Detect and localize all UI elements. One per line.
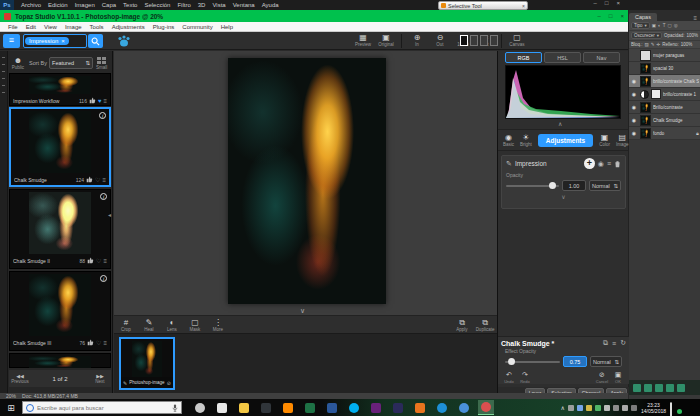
taskbar-search[interactable] (22, 401, 182, 414)
ps-menu-imagen[interactable]: Imagen (75, 2, 95, 8)
opacity-value[interactable]: 1.00 (562, 180, 586, 191)
tray-icon[interactable] (568, 405, 574, 411)
info-icon[interactable]: i (99, 112, 106, 119)
visibility-toggle[interactable]: ◉ (630, 91, 638, 97)
ps-maximize-button[interactable]: □ (605, 0, 609, 6)
slider-knob[interactable] (508, 358, 515, 365)
edited-image[interactable] (228, 58, 386, 304)
more-button[interactable]: ⋮More (210, 318, 226, 332)
search-input[interactable] (37, 405, 169, 411)
tz-menu-plugins[interactable]: Plug-ins (153, 24, 175, 30)
adjustment-collapse-icon[interactable]: ∨ (502, 193, 625, 200)
remove-icon[interactable]: ⊘ (167, 380, 171, 386)
visibility-eye-icon[interactable]: ◉ (598, 160, 604, 168)
layer-row-brillo-contraste[interactable]: ◉ Brillo/contraste (629, 101, 700, 114)
ps-minimize-button[interactable]: – (594, 0, 597, 6)
blend-mode-select[interactable]: Oscurecer ▾ (631, 32, 662, 39)
tab-nav[interactable]: Nav (583, 52, 620, 63)
action-center-button[interactable] (670, 403, 680, 413)
mask-button[interactable]: ▢Mask (187, 318, 203, 332)
redo-button[interactable]: ↷Redo (517, 371, 533, 384)
visibility-toggle[interactable]: ◉ (630, 78, 638, 84)
save-preset-icon[interactable]: ⧉ (603, 339, 608, 347)
selective-tool-close-icon[interactable]: × (522, 3, 525, 9)
image-button[interactable]: ▤Image (616, 133, 629, 147)
cancel-button[interactable]: ⊘Cancel (594, 371, 610, 384)
opacity-value[interactable]: 100% (687, 33, 699, 38)
link-layers-icon[interactable] (633, 384, 641, 392)
zoom-in-button[interactable]: ⊕In (409, 33, 425, 48)
tray-icon[interactable] (613, 405, 619, 411)
layer-mask-thumbnail[interactable] (651, 89, 661, 99)
ps-menu-archivo[interactable]: Archivo (21, 2, 41, 8)
next-page-button[interactable]: ▶▶ Next (89, 373, 111, 384)
apply-button[interactable]: ⧉Apply (454, 318, 470, 332)
original-button[interactable]: ▣Original (378, 33, 394, 48)
view-compare-button[interactable] (490, 35, 498, 46)
ps-menu-texto[interactable]: Texto (123, 2, 137, 8)
ps-close-button[interactable]: × (616, 0, 620, 6)
tz-menu-adjustments[interactable]: Adjustments (112, 24, 145, 30)
visibility-toggle[interactable]: ◉ (630, 104, 638, 110)
start-button[interactable]: ⊞ (0, 403, 22, 413)
new-adjustment-icon[interactable] (666, 384, 674, 392)
layer-effects-icon[interactable] (644, 384, 652, 392)
preset-menu-icon[interactable]: ≡ (103, 98, 107, 104)
preset-card-impression-workflow[interactable]: Impression Workflow 116 ♥ ≡ (9, 73, 111, 106)
color-button[interactable]: ▣Color (599, 133, 610, 147)
effect-opacity-slider[interactable] (505, 361, 560, 363)
taskbar-app-edge[interactable] (434, 401, 450, 415)
lock-pixels-icon[interactable]: ✎ (651, 42, 655, 47)
topaz-close-button[interactable]: × (620, 13, 624, 19)
tray-icon[interactable] (631, 405, 637, 411)
tz-menu-tools[interactable]: Tools (90, 24, 104, 30)
thumbs-up-icon[interactable] (86, 176, 93, 183)
previous-page-button[interactable]: ◀◀ Previous (9, 373, 31, 384)
new-layer-icon[interactable] (677, 384, 685, 392)
favorite-icon[interactable]: ♡ (96, 258, 101, 264)
effect-opacity-value[interactable]: 0.75 (563, 356, 587, 367)
taskbar-app-animate[interactable] (412, 401, 428, 415)
preset-card-partial[interactable] (9, 353, 111, 368)
lock-transparent-icon[interactable]: ▨ (645, 42, 649, 47)
tray-icon[interactable] (622, 405, 628, 411)
tz-menu-community[interactable]: Community (182, 24, 212, 30)
preset-card-chalk-smudge-2[interactable]: i Chalk Smudge II 88 ♡ ≡ (9, 189, 111, 269)
layer-row-brillo-contraste-chalk-smudge-2[interactable]: ◉ brillo/contraste Chalk Smudge II (629, 75, 700, 88)
tray-expand-icon[interactable]: ∧ (561, 404, 565, 411)
tz-menu-view[interactable]: View (44, 24, 57, 30)
tz-menu-edit[interactable]: Edit (26, 24, 36, 30)
filter-shape-icon[interactable]: ▢ (668, 23, 672, 28)
favorite-icon[interactable]: ♥ (98, 98, 102, 104)
tz-menu-image[interactable]: Image (65, 24, 82, 30)
search-button[interactable] (88, 34, 103, 48)
preset-index-strip[interactable] (0, 51, 8, 393)
preset-card-chalk-smudge[interactable]: i Chalk Smudge 124 ♡ ≡ (9, 107, 111, 187)
favorite-icon[interactable]: ♡ (96, 340, 101, 346)
ps-menu-ayuda[interactable]: Ayuda (262, 2, 279, 8)
taskbar-app-word[interactable] (324, 401, 340, 415)
duplicate-button[interactable]: ⧉Duplicate (477, 318, 493, 332)
thumbnail-size-button[interactable]: Small (96, 57, 107, 70)
tray-icon[interactable] (604, 405, 610, 411)
ps-menu-ventana[interactable]: Ventana (233, 2, 255, 8)
ps-menu-filtro[interactable]: Filtro (177, 2, 190, 8)
taskbar-app-topaz-studio[interactable] (478, 400, 494, 415)
favorite-icon[interactable]: ♡ (95, 177, 100, 183)
taskbar-app-visual-studio[interactable] (368, 401, 384, 415)
preset-menu-icon[interactable]: ≡ (103, 340, 107, 346)
tab-capas[interactable]: Capas (629, 13, 657, 21)
panel-collapse-icon[interactable]: ◂ (108, 211, 111, 218)
visibility-toggle[interactable]: ◉ (630, 130, 638, 136)
filter-adjustment-icon[interactable]: ◐ (658, 23, 661, 28)
view-sidebyside-button[interactable] (480, 35, 488, 46)
taskbar-app-mail[interactable] (214, 401, 230, 415)
crop-button[interactable]: #Crop (118, 318, 134, 332)
filmstrip-item[interactable]: ✎ Photoshop-image ⊘ (119, 337, 175, 390)
filter-type-icon[interactable]: T (663, 23, 666, 28)
topaz-titlebar[interactable]: Topaz Studio V1.10.1 - Photoshop-image @… (0, 10, 628, 22)
heal-button[interactable]: ✎Heal (141, 318, 157, 332)
layer-row-brillo-contraste-1[interactable]: ◉ brillo/contraste 1 (629, 88, 700, 101)
ps-menu-edicion[interactable]: Edición (48, 2, 68, 8)
layer-row-mujer-paraguas[interactable]: mujer paraguas (629, 49, 700, 62)
